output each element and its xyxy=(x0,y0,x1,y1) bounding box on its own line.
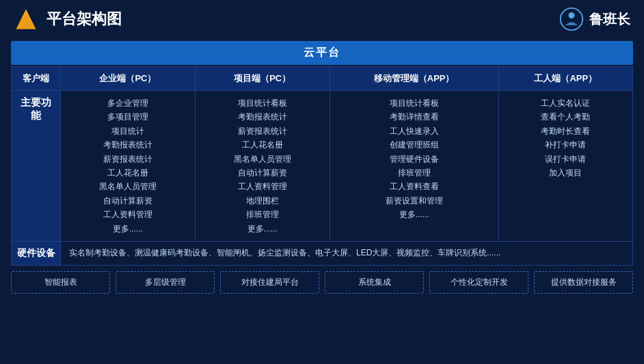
list-item: 误打卡申请 xyxy=(505,152,627,166)
bottom-box-4: 个性化定制开发 xyxy=(429,271,528,294)
hardware-row: 硬件设备 实名制考勤设备、测温健康码考勤设备、智能闸机、扬尘监测设备、电子大屏、… xyxy=(12,241,633,265)
svg-point-3 xyxy=(569,12,575,18)
list-item: 加入项目 xyxy=(505,166,627,180)
list-item: 创建管理班组 xyxy=(336,138,493,152)
list-item: 考勤报表统计 xyxy=(201,110,324,124)
col-header-worker: 工人端（APP） xyxy=(498,67,632,91)
platform-table: 客户端 企业端（PC） 项目端（PC） 移动管理端（APP） 工人端（APP） … xyxy=(11,66,633,266)
list-item: 项目统计看板 xyxy=(336,96,493,110)
list-item: 薪资报表统计 xyxy=(201,124,324,138)
svg-marker-1 xyxy=(16,13,36,29)
list-item: 查看个人考勤 xyxy=(505,110,627,124)
list-item: 工人实名认证 xyxy=(505,96,627,110)
list-item: 更多...... xyxy=(66,222,189,236)
list-item: 考勤时长查看 xyxy=(505,124,627,138)
enterprise-functions-cell: 多企业管理 多项目管理 项目统计 考勤报表统计 薪资报表统计 工人花名册 黑名单… xyxy=(61,91,196,242)
list-item: 多项目管理 xyxy=(66,110,189,124)
list-item: 地理围栏 xyxy=(201,194,324,208)
row-header-functions: 主要功能 xyxy=(12,91,61,242)
cloud-platform-bar: 云平台 xyxy=(11,41,633,65)
list-item: 工人花名册 xyxy=(66,166,189,180)
list-item: 薪资报表统计 xyxy=(66,152,189,166)
brand-icon xyxy=(559,7,584,31)
list-item: 排班管理 xyxy=(201,208,324,221)
col-header-project: 项目端（PC） xyxy=(195,67,330,91)
list-item: 多企业管理 xyxy=(66,96,189,110)
svg-point-2 xyxy=(561,8,582,30)
list-item: 更多...... xyxy=(336,208,493,221)
list-item: 自动计算薪资 xyxy=(201,166,324,180)
bottom-box-2: 对接住建局平台 xyxy=(220,271,319,294)
header: 平台架构图 鲁班长 xyxy=(0,0,644,38)
main-functions-row: 主要功能 多企业管理 多项目管理 项目统计 考勤报表统计 薪资报表统计 工人花名… xyxy=(12,91,633,242)
col-header-enterprise: 企业端（PC） xyxy=(61,67,196,91)
col-header-mobile: 移动管理端（APP） xyxy=(330,67,498,91)
row-header-hardware: 硬件设备 xyxy=(12,241,61,265)
list-item: 薪资设置和管理 xyxy=(336,194,493,208)
bottom-box-0: 智能报表 xyxy=(11,271,110,294)
list-item: 管理硬件设备 xyxy=(336,152,493,166)
mobile-functions-cell: 项目统计看板 考勤详情查看 工人快速录入 创建管理班组 管理硬件设备 排班管理 … xyxy=(330,91,498,242)
bottom-box-5: 提供数据对接服务 xyxy=(534,271,633,294)
list-item: 补打卡申请 xyxy=(505,138,627,152)
bottom-box-3: 系统集成 xyxy=(325,271,424,294)
main-content: 云平台 客户端 企业端（PC） 项目端（PC） 移动管理端（APP） 工人端（A… xyxy=(0,38,644,299)
list-item: 工人资料查看 xyxy=(336,180,493,193)
list-item: 工人花名册 xyxy=(201,138,324,152)
list-item: 更多...... xyxy=(201,222,324,236)
list-item: 工人快速录入 xyxy=(336,124,493,138)
page-title: 平台架构图 xyxy=(46,9,122,29)
list-item: 考勤报表统计 xyxy=(66,138,189,152)
worker-functions-cell: 工人实名认证 查看个人考勤 考勤时长查看 补打卡申请 误打卡申请 加入项目 xyxy=(498,91,632,242)
list-item: 自动计算薪资 xyxy=(66,194,189,208)
list-item: 黑名单人员管理 xyxy=(201,152,324,166)
logo-icon xyxy=(14,7,38,31)
list-item: 工人资料管理 xyxy=(66,208,189,221)
header-left: 平台架构图 xyxy=(14,7,122,31)
header-right: 鲁班长 xyxy=(559,7,630,31)
list-item: 工人资料管理 xyxy=(201,180,324,193)
list-item: 黑名单人员管理 xyxy=(66,180,189,193)
bottom-box-1: 多层级管理 xyxy=(116,271,215,294)
project-functions-cell: 项目统计看板 考勤报表统计 薪资报表统计 工人花名册 黑名单人员管理 自动计算薪… xyxy=(195,91,330,242)
col-header-client: 客户端 xyxy=(12,67,61,91)
list-item: 项目统计看板 xyxy=(201,96,324,110)
list-item: 排班管理 xyxy=(336,166,493,180)
bottom-row: 智能报表 多层级管理 对接住建局平台 系统集成 个性化定制开发 提供数据对接服务 xyxy=(11,271,633,294)
hardware-content-cell: 实名制考勤设备、测温健康码考勤设备、智能闸机、扬尘监测设备、电子大屏、LED大屏… xyxy=(61,241,633,265)
list-item: 项目统计 xyxy=(66,124,189,138)
list-item: 考勤详情查看 xyxy=(336,110,493,124)
brand-name: 鲁班长 xyxy=(589,10,630,29)
